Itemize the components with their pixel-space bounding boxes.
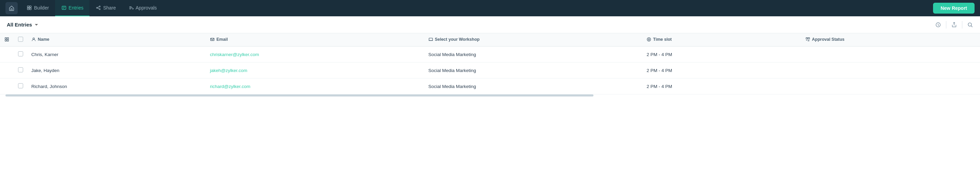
svg-rect-16 [429, 38, 433, 40]
history-icon-button[interactable] [935, 22, 941, 28]
th-approval-label: Approval Status [812, 37, 845, 42]
person-icon [31, 37, 36, 42]
row-checkbox[interactable] [18, 51, 23, 56]
row-checkbox[interactable] [18, 83, 23, 88]
svg-rect-2 [27, 8, 29, 10]
row-timeslot: 2 PM - 4 PM [643, 46, 801, 62]
table-row: Jake, Hayden jakeh@zylker.com Social Med… [0, 62, 980, 78]
row-checkbox-cell[interactable] [14, 46, 27, 62]
svg-point-18 [648, 38, 649, 40]
svg-point-17 [647, 37, 651, 41]
th-workshop: Select your Workshop [424, 33, 643, 46]
row-toggle-cell [0, 78, 14, 94]
approval-icon [805, 37, 810, 42]
row-email: jakeh@zylker.com [206, 62, 424, 78]
row-email-link[interactable]: jakeh@zylker.com [210, 68, 247, 73]
svg-rect-11 [7, 37, 8, 39]
content-area: All Entries [0, 16, 980, 195]
row-email-link[interactable]: richard@zylker.com [210, 84, 250, 89]
svg-point-14 [33, 38, 35, 40]
svg-rect-3 [30, 8, 31, 10]
navbar: Builder Entries Share A [0, 0, 980, 16]
header-checkbox[interactable] [18, 37, 23, 42]
row-workshop: Social Media Marketing [424, 78, 643, 94]
table-header-row: Name Email [0, 33, 980, 46]
share-icon-button[interactable] [951, 22, 957, 28]
svg-point-7 [99, 8, 100, 10]
tab-builder-label: Builder [34, 5, 49, 11]
row-approval [801, 78, 980, 94]
tab-share[interactable]: Share [89, 0, 122, 16]
tab-builder[interactable]: Builder [21, 0, 55, 16]
svg-rect-4 [62, 6, 66, 10]
svg-rect-1 [30, 6, 31, 8]
scroll-hint [5, 94, 593, 97]
row-name: Richard, Johnson [27, 78, 206, 94]
nav-tabs: Builder Entries Share A [21, 0, 477, 16]
search-icon [967, 22, 973, 28]
home-button[interactable] [5, 2, 18, 14]
th-workshop-label: Select your Workshop [435, 37, 480, 42]
toolbar-actions [935, 21, 973, 29]
tab-entries[interactable]: Entries [55, 0, 90, 16]
svg-rect-12 [5, 40, 6, 41]
radio-icon [646, 37, 651, 42]
envelope-icon [210, 37, 215, 42]
svg-rect-0 [27, 6, 29, 8]
row-name: Chris, Karner [27, 46, 206, 62]
row-name: Jake, Hayden [27, 62, 206, 78]
svg-point-9 [968, 23, 972, 26]
row-email-link[interactable]: chriskarner@zylker.com [210, 52, 259, 57]
all-entries-label: All Entries [7, 22, 32, 27]
th-timeslot-label: Time slot [653, 37, 672, 42]
th-email-label: Email [216, 37, 228, 42]
table-body: Chris, Karner chriskarner@zylker.com Soc… [0, 46, 980, 94]
tab-share-label: Share [103, 5, 116, 11]
chevron-down-icon [34, 22, 39, 27]
row-checkbox-cell[interactable] [14, 62, 27, 78]
row-approval [801, 62, 980, 78]
tab-approvals[interactable]: Approvals [122, 0, 163, 16]
th-toggle [0, 33, 14, 46]
th-approval: Approval Status [801, 33, 980, 46]
table-row: Richard, Johnson richard@zylker.com Soci… [0, 78, 980, 94]
share-icon [951, 22, 957, 28]
row-email: richard@zylker.com [206, 78, 424, 94]
svg-rect-19 [806, 37, 808, 39]
entries-table-wrap: Name Email [0, 33, 980, 99]
svg-rect-13 [7, 40, 8, 41]
th-checkbox [14, 33, 27, 46]
row-toggle-cell [0, 46, 14, 62]
laptop-icon [428, 37, 433, 42]
row-workshop: Social Media Marketing [424, 46, 643, 62]
th-email: Email [206, 33, 424, 46]
table-toggle-icon [5, 37, 9, 42]
tab-entries-label: Entries [69, 5, 84, 11]
row-toggle-cell [0, 62, 14, 78]
svg-point-6 [97, 7, 98, 8]
svg-point-5 [99, 6, 100, 7]
toolbar: All Entries [0, 16, 980, 33]
search-icon-button[interactable] [967, 22, 973, 28]
tab-approvals-label: Approvals [136, 5, 157, 11]
th-name: Name [27, 33, 206, 46]
history-icon [935, 22, 941, 28]
row-approval [801, 46, 980, 62]
row-email: chriskarner@zylker.com [206, 46, 424, 62]
svg-rect-10 [5, 37, 6, 39]
row-checkbox-cell[interactable] [14, 78, 27, 94]
entries-table: Name Email [0, 33, 980, 94]
svg-rect-20 [808, 37, 810, 39]
all-entries-dropdown[interactable]: All Entries [7, 22, 39, 27]
th-name-label: Name [38, 37, 49, 42]
row-timeslot: 2 PM - 4 PM [643, 62, 801, 78]
row-checkbox[interactable] [18, 67, 23, 72]
th-timeslot: Time slot [643, 33, 801, 46]
row-timeslot: 2 PM - 4 PM [643, 78, 801, 94]
svg-rect-15 [211, 38, 215, 40]
new-report-button[interactable]: New Report [933, 3, 975, 14]
table-row: Chris, Karner chriskarner@zylker.com Soc… [0, 46, 980, 62]
row-workshop: Social Media Marketing [424, 62, 643, 78]
